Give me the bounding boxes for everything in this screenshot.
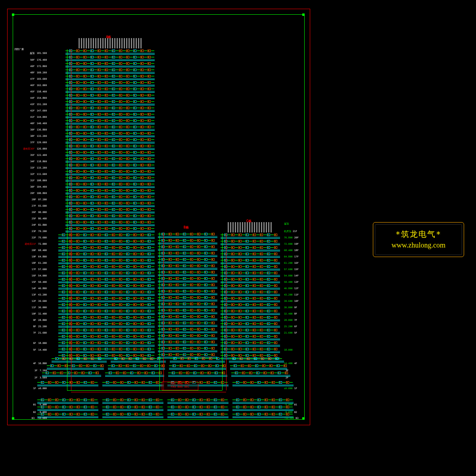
floor-label-right: 46.80012F: [284, 287, 299, 290]
tower-b-label: B栋: [184, 225, 189, 230]
podium-floor: [111, 357, 166, 363]
tower-c-floor: [221, 316, 280, 321]
podium-floor: [47, 364, 104, 370]
riser-b2: [163, 232, 164, 390]
podium-floor: [52, 357, 107, 363]
riser-b1: [159, 232, 160, 390]
floor-label-left: 31F 108.000: [19, 179, 47, 182]
tower-a-floor: [65, 113, 155, 118]
podium-floor: [102, 405, 163, 411]
tower-a-floor: [65, 195, 155, 201]
fire-control-center: 消防 控制 中心 FAS BAS SEC: [162, 382, 198, 390]
tower-b-floor: [158, 245, 217, 251]
podium-floor: [168, 371, 227, 377]
tower-a-floor: [58, 347, 155, 353]
tower-c-roof: [228, 222, 274, 232]
tower-a-floor: [65, 94, 155, 99]
floor-label-left: 39F 136.800: [19, 128, 47, 131]
floor-label-left: 29F 100.800: [19, 192, 47, 194]
tower-a-floor: [58, 335, 155, 340]
tower-c-floor: [221, 233, 280, 239]
frame-corner: [302, 13, 305, 16]
podium-floor: [232, 381, 294, 386]
tower-b-floor: [158, 232, 217, 238]
tower-a-floor: [65, 68, 155, 74]
tower-b-floor: [158, 334, 217, 340]
tower-a-floor: [65, 100, 155, 106]
floor-label-left: 3F 7.200: [19, 369, 47, 372]
control-line2: FAS BAS SEC: [162, 385, 198, 388]
tower-c-floor: [221, 284, 280, 290]
podium-floor: [105, 371, 164, 377]
floor-label-left: [19, 397, 47, 399]
tower-a-floor: [65, 138, 155, 144]
floor-label-left: 19F 64.800: [19, 255, 47, 258]
floor-label-right: 18.000: [284, 348, 294, 351]
floor-label-right: 3F: [284, 369, 288, 372]
tower-b-floor: [158, 283, 217, 289]
tower-a-floor: [58, 265, 155, 271]
bus-red: [71, 392, 198, 392]
floor-label-left: 45F 158.400: [19, 90, 47, 93]
floor-label-right: 28.8007F: [284, 319, 297, 321]
podium-floor: [229, 357, 284, 363]
watermark-inner: [375, 224, 462, 255]
tower-a-floor: [58, 309, 155, 315]
riser-a1: [67, 49, 67, 390]
podium-floor: [42, 371, 101, 377]
tower-a-floor: [58, 341, 155, 347]
riser-c2: [226, 233, 226, 390]
tower-b-floor: [158, 251, 217, 257]
floor-label-right: 76.80020F: [284, 236, 299, 239]
floor-label-left: 11F 36.000: [19, 306, 47, 309]
podium-floor: [102, 413, 163, 418]
podium-floor: [108, 364, 165, 370]
floor-label-left: 47F 165.600: [19, 77, 47, 80]
podium-floor: [232, 405, 294, 411]
tower-a-floor: [65, 62, 155, 67]
tower-b-floor: [158, 340, 217, 346]
floor-label-right: -5.400B1: [284, 403, 297, 406]
floor-label-right: 39.60010F: [284, 299, 299, 302]
tower-a-floor: [65, 125, 155, 131]
tower-c-floor: [221, 278, 280, 283]
podium-floor: [231, 371, 290, 377]
podium-floor: [102, 381, 163, 386]
tower-a-floor: [65, 151, 155, 156]
tower-c-floor: [221, 259, 280, 264]
tower-a-floor: [58, 240, 155, 245]
floor-label-left: 23F 79.200: [19, 230, 47, 232]
floor-label-left: 12F 39.600: [19, 299, 47, 302]
tower-a-roof: [79, 38, 143, 48]
watermark-box: *筑龙电气* www.zhulong.com: [373, 222, 464, 257]
frame-corner: [12, 13, 14, 16]
tower-c-floor: [221, 341, 280, 347]
floor-label-left: B2 -9.000: [19, 411, 47, 413]
cad-canvas: A栋 B栋 C栋 消防广播 屋顶 181.50050F 176.40049F 1…: [0, 0, 476, 476]
floor-label-left: 避难层36F 126.000: [19, 147, 47, 151]
tower-a-floor: [58, 278, 155, 283]
floor-label-right: -9.000B2: [284, 411, 297, 413]
tower-b-floor: [158, 258, 217, 263]
tower-a-floor: [65, 119, 155, 125]
floor-label-right: 25.2006F: [284, 325, 297, 328]
tower-a-floor: [65, 208, 155, 213]
riser-c1: [222, 233, 223, 390]
tower-a-floor: [58, 328, 155, 334]
floor-label-left: 35F 122.400: [19, 154, 47, 156]
floor-label-left: 41F 144.000: [19, 115, 47, 118]
floor-label-right: 68.40018F: [284, 249, 299, 251]
floor-label-left: 33F 115.200: [19, 166, 47, 169]
tower-c-floor: [221, 290, 280, 296]
floor-label-left: 30F 104.400: [19, 185, 47, 188]
floor-label-left: 37F 129.600: [19, 141, 47, 144]
tower-a-floor: [58, 297, 155, 302]
floor-label-left: 34F 118.800: [19, 160, 47, 163]
floor-label-left: 10F 32.400: [19, 312, 47, 315]
riser-a2: [71, 49, 71, 390]
floor-label-left: 1F ±0.000: [19, 387, 47, 390]
floor-label-left: 5F 14.400: [19, 348, 47, 351]
floor-label-left: 9F 28.800: [19, 319, 47, 321]
tower-b-floor: [158, 321, 217, 327]
floor-label-right: 14.4004F: [284, 362, 297, 365]
